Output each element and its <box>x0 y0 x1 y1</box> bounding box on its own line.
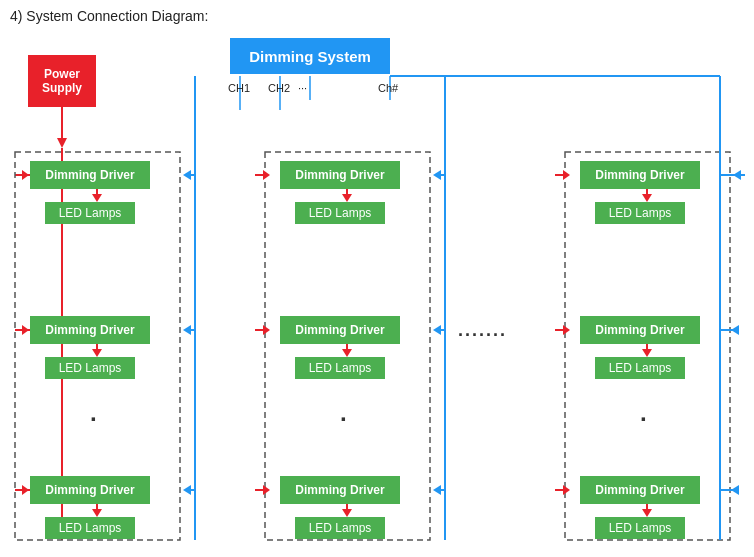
chn-label: Ch# <box>378 82 398 94</box>
ch2-label: CH2 <box>268 82 290 94</box>
group3-row3-driver: Dimming Driver <box>580 476 700 504</box>
group1-row3-driver: Dimming Driver <box>30 476 150 504</box>
svg-marker-9 <box>22 170 29 180</box>
ch-dots-label: ··· <box>298 82 307 94</box>
svg-marker-55 <box>92 349 102 357</box>
svg-marker-63 <box>342 509 352 517</box>
group1-dots: · <box>90 405 97 433</box>
group3-row2-driver: Dimming Driver <box>580 316 700 344</box>
group3-dots: · <box>640 405 647 433</box>
svg-marker-1 <box>57 138 67 148</box>
dimming-system-box: Dimming System <box>230 38 390 74</box>
svg-marker-61 <box>342 349 352 357</box>
svg-marker-41 <box>263 170 270 180</box>
group1-row2-driver: Dimming Driver <box>30 316 150 344</box>
svg-marker-23 <box>183 485 191 495</box>
svg-marker-26 <box>433 170 441 180</box>
svg-marker-53 <box>92 194 102 202</box>
page-title: 4) System Connection Diagram: <box>10 8 208 24</box>
svg-marker-45 <box>263 485 270 495</box>
svg-marker-36 <box>731 325 739 335</box>
svg-marker-69 <box>642 509 652 517</box>
svg-marker-30 <box>433 485 441 495</box>
group2-row3-led: LED Lamps <box>295 517 385 539</box>
group1-row3-led: LED Lamps <box>45 517 135 539</box>
group2-row1-led: LED Lamps <box>295 202 385 224</box>
group2-row2-driver: Dimming Driver <box>280 316 400 344</box>
svg-marker-59 <box>342 194 352 202</box>
svg-marker-47 <box>563 170 570 180</box>
power-supply-box: Power Supply <box>28 55 96 107</box>
group3-row1-led: LED Lamps <box>595 202 685 224</box>
svg-marker-38 <box>731 485 739 495</box>
svg-marker-49 <box>563 325 570 335</box>
svg-marker-13 <box>22 485 29 495</box>
svg-marker-11 <box>22 325 29 335</box>
connection-diagram <box>0 0 754 557</box>
group1-row2-led: LED Lamps <box>45 357 135 379</box>
group-ellipsis: ······· <box>458 325 507 346</box>
group3-row3-led: LED Lamps <box>595 517 685 539</box>
svg-marker-43 <box>263 325 270 335</box>
svg-marker-34 <box>733 170 741 180</box>
svg-marker-67 <box>642 349 652 357</box>
svg-marker-57 <box>92 509 102 517</box>
group2-dots: · <box>340 405 347 433</box>
group2-row1-driver: Dimming Driver <box>280 161 400 189</box>
ch1-label: CH1 <box>228 82 250 94</box>
group2-row3-driver: Dimming Driver <box>280 476 400 504</box>
group1-row1-driver: Dimming Driver <box>30 161 150 189</box>
svg-marker-21 <box>183 325 191 335</box>
svg-marker-19 <box>183 170 191 180</box>
svg-marker-51 <box>563 485 570 495</box>
group3-row2-led: LED Lamps <box>595 357 685 379</box>
svg-marker-65 <box>642 194 652 202</box>
group3-row1-driver: Dimming Driver <box>580 161 700 189</box>
svg-marker-28 <box>433 325 441 335</box>
group1-row1-led: LED Lamps <box>45 202 135 224</box>
group2-row2-led: LED Lamps <box>295 357 385 379</box>
